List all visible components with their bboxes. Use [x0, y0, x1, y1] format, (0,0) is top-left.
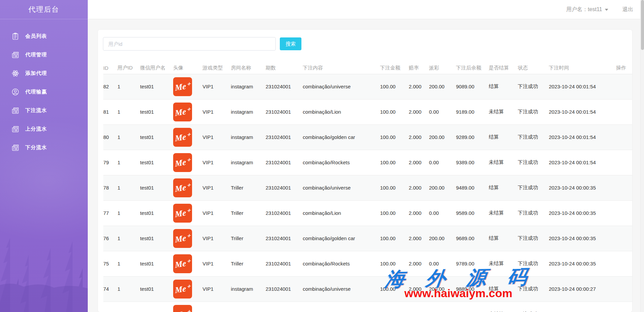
cell-period: 231024001	[266, 251, 303, 276]
cell-odds: 2.000	[409, 74, 429, 99]
cell-payout: 200.00	[429, 74, 456, 99]
cell-payout: 0.00	[429, 302, 456, 312]
forest-silhouette	[0, 170, 88, 312]
cell-room: Triller	[231, 226, 266, 251]
cell-balance: 9389.00	[456, 150, 489, 175]
cell-action	[616, 99, 632, 124]
cell-wechat_name: test01	[140, 276, 173, 302]
cell-game_type: VIP1	[203, 276, 231, 302]
search-input[interactable]	[103, 37, 276, 51]
sidebar-item-member-list[interactable]: 会员列表	[0, 27, 88, 46]
cell-id: 77	[103, 200, 117, 226]
cell-game_type: VIP1	[203, 251, 231, 276]
cell-odds: 2.000	[409, 226, 429, 251]
cell-room: instagram	[231, 302, 266, 312]
cell-balance: 9289.00	[456, 124, 489, 150]
cell-settled: 未结算	[489, 251, 518, 276]
cell-period: 231024001	[266, 74, 303, 99]
user-dropdown[interactable]: 用户名： test11	[566, 6, 608, 13]
cell-payout: 0.00	[429, 150, 456, 175]
cell-action	[616, 226, 632, 251]
cell-action	[616, 251, 632, 276]
sidebar-item-bet-records[interactable]: 下注流水	[0, 101, 88, 120]
cell-content: combinação/universe	[303, 74, 380, 99]
cell-settled: 未结算	[489, 150, 518, 175]
cell-payout: 200.00	[429, 276, 456, 302]
cell-avatar: Me⁺	[173, 74, 203, 99]
sidebar-item-deposit-records[interactable]: 上分流水	[0, 120, 88, 138]
column-header-10: 派彩	[429, 62, 456, 74]
cell-amount: 100.00	[380, 175, 409, 200]
cell-avatar: Me⁺	[173, 276, 203, 302]
cell-content: combinação/Lion	[303, 99, 380, 124]
column-header-15: 操作	[616, 62, 632, 74]
cell-user_id: 1	[117, 150, 140, 175]
cell-wechat_name: test01	[140, 124, 173, 150]
sidebar-item-add-agent[interactable]: 添加代理	[0, 64, 88, 83]
cell-wechat_name: test01	[140, 251, 173, 276]
sidebar-item-agent-winloss[interactable]: 代理输赢	[0, 83, 88, 101]
logout-button[interactable]: 退出	[622, 6, 633, 13]
cell-payout: 200.00	[429, 124, 456, 150]
cell-game_type: VIP1	[203, 200, 231, 226]
sidebar-item-agent-manage[interactable]: 代理管理	[0, 46, 88, 64]
cell-action	[616, 74, 632, 99]
sidebar-item-withdraw-records[interactable]: 下分流水	[0, 138, 88, 157]
cell-user_id: 1	[117, 74, 140, 99]
scrollbar-thumb[interactable]	[641, 0, 644, 50]
bet-records-table: ID用户ID微信用户名头像游戏类型房间名称期数下注内容下注金额赔率派彩下注后余额…	[103, 62, 632, 312]
cell-status: 下注成功	[518, 251, 549, 276]
cell-game_type: VIP1	[203, 124, 231, 150]
avatar: Me⁺	[173, 77, 192, 96]
cell-game_type: VIP1	[203, 175, 231, 200]
search-bar: 搜索	[103, 37, 632, 51]
table-row: 781test01Me⁺VIP1Triller231024001combinaç…	[103, 175, 632, 200]
sidebar: 代理后台 会员列表	[0, 0, 88, 312]
cell-room: instagram	[231, 74, 266, 99]
cell-game_type: VIP1	[203, 150, 231, 175]
cell-content: combinação/universe	[303, 175, 380, 200]
sidebar-item-label: 代理输赢	[25, 89, 47, 95]
column-header-9: 赔率	[409, 62, 429, 74]
cell-user_id: 1	[117, 99, 140, 124]
cell-content: combinação/golden car	[303, 124, 380, 150]
table-row: 741test01Me⁺VIP1instagram231024001combin…	[103, 276, 632, 302]
cell-content: combinação/golden car	[303, 226, 380, 251]
table-row: 791test01Me⁺VIP1instagram231024001combin…	[103, 150, 632, 175]
search-button[interactable]: 搜索	[280, 37, 301, 50]
cell-room: Triller	[231, 251, 266, 276]
cell-balance: 9489.00	[456, 175, 489, 200]
cell-action	[616, 175, 632, 200]
cell-room: instagram	[231, 124, 266, 150]
cell-action	[616, 124, 632, 150]
scrollbar-track[interactable]	[640, 0, 644, 312]
user-circle-icon	[11, 88, 20, 96]
avatar: Me⁺	[173, 153, 192, 172]
cell-wechat_name: test01	[140, 150, 173, 175]
cell-game_type: VIP1	[203, 99, 231, 124]
cell-time: 2023-10-24 00:00:27	[549, 276, 616, 302]
cell-amount: 100.00	[380, 99, 409, 124]
cell-amount: 100.00	[380, 302, 409, 312]
table-row: 731test01Me⁺VIP1instagram231024001combin…	[103, 302, 632, 312]
cell-room: Triller	[231, 200, 266, 226]
clipboard-icon	[11, 32, 20, 40]
cell-period: 231024001	[266, 99, 303, 124]
avatar: Me⁺	[173, 178, 192, 197]
page: 代理后台 会员列表	[0, 0, 644, 312]
column-header-12: 是否结算	[489, 62, 518, 74]
chevron-down-icon	[605, 9, 608, 11]
cell-time: 2023-10-24 00:00:35	[549, 226, 616, 251]
cell-settled: 结算	[489, 175, 518, 200]
cell-period: 231024001	[266, 200, 303, 226]
avatar: Me⁺	[173, 229, 192, 248]
cell-period: 231024001	[266, 150, 303, 175]
sidebar-item-label: 添加代理	[25, 70, 47, 77]
cell-balance: 9789.00	[456, 251, 489, 276]
cell-user_id: 1	[117, 200, 140, 226]
cell-time: 2023-10-24 00:00:35	[549, 175, 616, 200]
cell-status: 下注成功	[518, 276, 549, 302]
cell-period: 231024001	[266, 175, 303, 200]
avatar: Me⁺	[173, 305, 192, 312]
column-header-3: 头像	[173, 62, 203, 74]
